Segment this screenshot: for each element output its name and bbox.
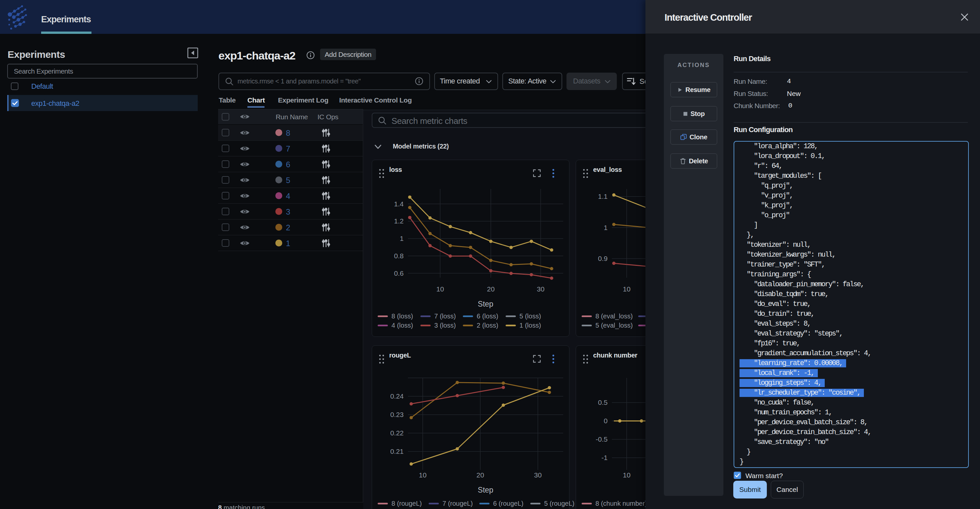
svg-text:20: 20 <box>476 471 484 479</box>
svg-text:1: 1 <box>604 224 608 232</box>
svg-text:1: 1 <box>400 235 404 242</box>
svg-text:0.9: 0.9 <box>598 255 608 262</box>
svg-text:0.6: 0.6 <box>394 270 404 277</box>
svg-text:10: 10 <box>623 471 630 479</box>
svg-text:30: 30 <box>534 471 541 479</box>
svg-text:1.2: 1.2 <box>394 217 404 225</box>
svg-text:10: 10 <box>419 471 426 479</box>
svg-text:-0.5: -0.5 <box>596 435 608 443</box>
svg-text:1.4: 1.4 <box>394 200 404 208</box>
svg-text:Step: Step <box>478 486 493 494</box>
svg-text:0.5: 0.5 <box>598 399 608 406</box>
svg-text:0.21: 0.21 <box>390 447 404 455</box>
svg-text:30: 30 <box>537 285 544 293</box>
svg-text:0.8: 0.8 <box>394 252 404 260</box>
svg-text:0.23: 0.23 <box>390 411 404 418</box>
svg-text:-1: -1 <box>601 454 608 461</box>
svg-text:10: 10 <box>436 285 444 293</box>
svg-text:0.22: 0.22 <box>390 429 404 437</box>
svg-text:0.24: 0.24 <box>390 392 404 400</box>
svg-text:10: 10 <box>623 285 630 293</box>
svg-text:20: 20 <box>487 285 495 293</box>
svg-text:Step: Step <box>478 300 493 308</box>
svg-text:0: 0 <box>604 417 608 425</box>
svg-text:1.1: 1.1 <box>598 193 608 200</box>
